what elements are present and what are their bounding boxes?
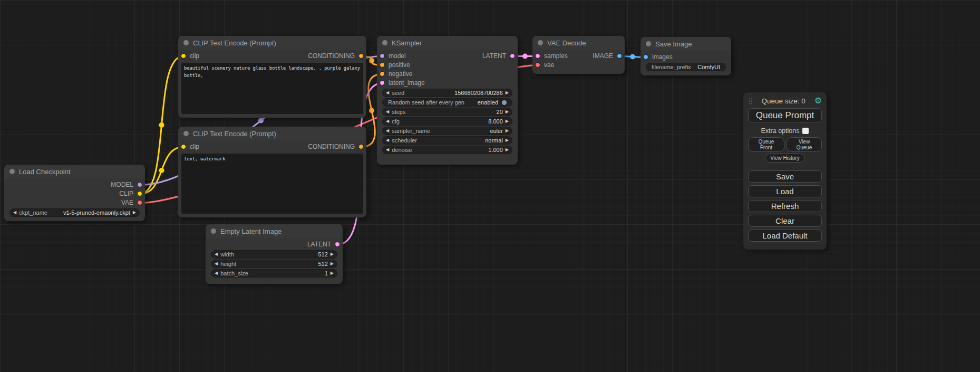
prompt-textarea[interactable]: beautiful scenery nature glass bottle la…	[181, 63, 363, 114]
output-label-conditioning: CONDITIONING	[308, 142, 355, 151]
arrow-left-icon[interactable]: ◀	[215, 271, 218, 275]
save-button[interactable]: Save	[748, 170, 822, 183]
node-titlebar[interactable]: Load Checkpoint	[4, 165, 145, 178]
input-port-images[interactable]	[643, 54, 648, 60]
output-port-conditioning[interactable]	[358, 53, 364, 59]
link-midpoint-dot	[522, 54, 528, 59]
output-port-vae[interactable]	[137, 200, 142, 205]
arrow-left-icon[interactable]: ◀	[215, 262, 218, 266]
input-port-clip[interactable]	[181, 144, 186, 149]
node-titlebar[interactable]: KSampler	[377, 36, 518, 50]
extra-options-checkbox[interactable]	[802, 128, 809, 134]
view-history-button[interactable]: View History	[765, 154, 804, 163]
widget-cfg[interactable]: ◀ cfg 8.000 ▶	[382, 117, 512, 126]
input-label-negative: negative	[389, 70, 412, 79]
node-clip-text-encode-negative[interactable]: CLIP Text Encode (Prompt) clip CONDITION…	[178, 127, 366, 217]
input-port-clip[interactable]	[181, 53, 186, 59]
widget-width[interactable]: ◀ width 512 ▶	[211, 250, 337, 259]
prompt-textarea[interactable]: text, watermark	[181, 154, 363, 214]
collapse-dot-icon[interactable]	[538, 40, 543, 45]
collapse-dot-icon[interactable]	[382, 40, 387, 45]
input-port-positive[interactable]	[380, 62, 385, 68]
queue-prompt-button[interactable]: Queue Prompt	[748, 108, 822, 122]
arrow-right-icon[interactable]: ▶	[506, 148, 509, 152]
settings-gear-icon[interactable]: ⚙	[814, 97, 822, 105]
arrow-right-icon[interactable]: ▶	[331, 252, 334, 256]
widget-denoise[interactable]: ◀ denoise 1.000 ▶	[382, 146, 512, 154]
comfy-menu[interactable]: ⣿ Queue size: 0 ⚙ Queue Prompt Extra opt…	[743, 92, 827, 250]
queue-front-button[interactable]: Queue Front	[748, 137, 784, 152]
input-port-negative[interactable]	[380, 71, 385, 77]
widget-height[interactable]: ◀ height 512 ▶	[211, 260, 337, 268]
arrow-left-icon[interactable]: ◀	[386, 119, 389, 123]
node-save-image[interactable]: Save Image images filename_prefix ComfyU…	[641, 37, 731, 75]
slot-row: clip CONDITIONING	[178, 142, 366, 151]
arrow-right-icon[interactable]: ▶	[331, 262, 334, 266]
node-empty-latent-image[interactable]: Empty Latent Image LATENT ◀ width 512 ▶ …	[206, 224, 343, 284]
node-ksampler[interactable]: KSampler model LATENT positive negative …	[377, 36, 518, 165]
slot-row: vae	[532, 61, 625, 70]
arrow-right-icon[interactable]: ▶	[506, 129, 509, 133]
arrow-right-icon[interactable]: ▶	[506, 119, 509, 123]
clear-button[interactable]: Clear	[748, 215, 822, 227]
output-port-conditioning[interactable]	[358, 144, 364, 149]
arrow-right-icon[interactable]: ▶	[506, 138, 509, 142]
load-button[interactable]: Load	[748, 185, 822, 197]
widget-name: ckpt_name	[19, 209, 47, 216]
arrow-left-icon[interactable]: ◀	[13, 211, 16, 215]
output-port-latent[interactable]	[335, 242, 340, 247]
node-vae-decode[interactable]: VAE Decode samples IMAGE vae	[532, 36, 625, 74]
output-port-clip[interactable]	[137, 191, 142, 196]
widget-name: filename_prefix	[652, 64, 691, 70]
node-titlebar[interactable]: VAE Decode	[532, 36, 625, 50]
arrow-left-icon[interactable]: ◀	[386, 138, 389, 142]
output-port-image[interactable]	[617, 53, 622, 59]
input-port-vae[interactable]	[535, 62, 540, 68]
arrow-left-icon[interactable]: ◀	[386, 110, 389, 114]
node-titlebar[interactable]: Empty Latent Image	[206, 224, 343, 238]
widget-batch-size[interactable]: ◀ batch_size 1 ▶	[211, 269, 337, 278]
output-port-latent[interactable]	[510, 53, 515, 59]
input-port-samples[interactable]	[535, 53, 540, 59]
output-port-model[interactable]	[137, 182, 142, 187]
node-titlebar[interactable]: CLIP Text Encode (Prompt)	[178, 127, 366, 140]
arrow-left-icon[interactable]: ◀	[386, 148, 389, 152]
collapse-dot-icon[interactable]	[183, 131, 189, 136]
widget-steps[interactable]: ◀ steps 20 ▶	[382, 108, 512, 116]
input-port-latent-image[interactable]	[380, 80, 385, 85]
widget-random-seed-toggle[interactable]: Random seed after every gen enabled	[382, 98, 512, 107]
arrow-right-icon[interactable]: ▶	[331, 271, 334, 275]
node-titlebar[interactable]: Save Image	[641, 37, 731, 51]
widget-value: normal	[420, 137, 503, 144]
arrow-right-icon[interactable]: ▶	[506, 110, 509, 114]
arrow-left-icon[interactable]: ◀	[386, 129, 389, 133]
output-label-latent: LATENT	[307, 240, 331, 249]
arrow-left-icon[interactable]: ◀	[386, 91, 389, 95]
node-clip-text-encode-positive[interactable]: CLIP Text Encode (Prompt) clip CONDITION…	[178, 36, 366, 118]
arrow-right-icon[interactable]: ▶	[506, 91, 509, 95]
refresh-button[interactable]: Refresh	[748, 200, 822, 212]
arrow-left-icon[interactable]: ◀	[215, 252, 218, 256]
view-queue-button[interactable]: View Queue	[787, 137, 822, 152]
collapse-dot-icon[interactable]	[9, 169, 15, 174]
node-titlebar[interactable]: CLIP Text Encode (Prompt)	[178, 36, 366, 50]
widget-filename-prefix[interactable]: filename_prefix ComfyUI	[646, 63, 726, 71]
node-graph-canvas[interactable]: Load Checkpoint MODEL CLIP VAE ◀ ckpt_na…	[0, 0, 980, 372]
widget-sampler-name[interactable]: ◀ sampler_name euler ▶	[382, 127, 512, 135]
collapse-dot-icon[interactable]	[183, 40, 189, 45]
toggle-indicator-icon[interactable]	[502, 100, 507, 105]
drag-handle-icon[interactable]: ⣿	[748, 97, 753, 104]
collapse-dot-icon[interactable]	[646, 41, 651, 46]
input-label-clip: clip	[190, 142, 199, 151]
widget-scheduler[interactable]: ◀ scheduler normal ▶	[382, 136, 512, 145]
widget-seed[interactable]: ◀ seed 156680208700286 ▶	[382, 89, 512, 97]
input-port-model[interactable]	[380, 53, 385, 59]
widget-ckpt-name[interactable]: ◀ ckpt_name v1-5-pruned-emaonly.ckpt ▶	[9, 208, 140, 217]
menu-header: ⣿ Queue size: 0 ⚙	[748, 96, 822, 106]
slot-row: CLIP	[4, 189, 145, 198]
node-load-checkpoint[interactable]: Load Checkpoint MODEL CLIP VAE ◀ ckpt_na…	[4, 165, 145, 221]
arrow-right-icon[interactable]: ▶	[133, 211, 136, 215]
collapse-dot-icon[interactable]	[211, 228, 216, 234]
load-default-button[interactable]: Load Default	[748, 230, 822, 242]
slot-row: VAE	[4, 198, 145, 207]
